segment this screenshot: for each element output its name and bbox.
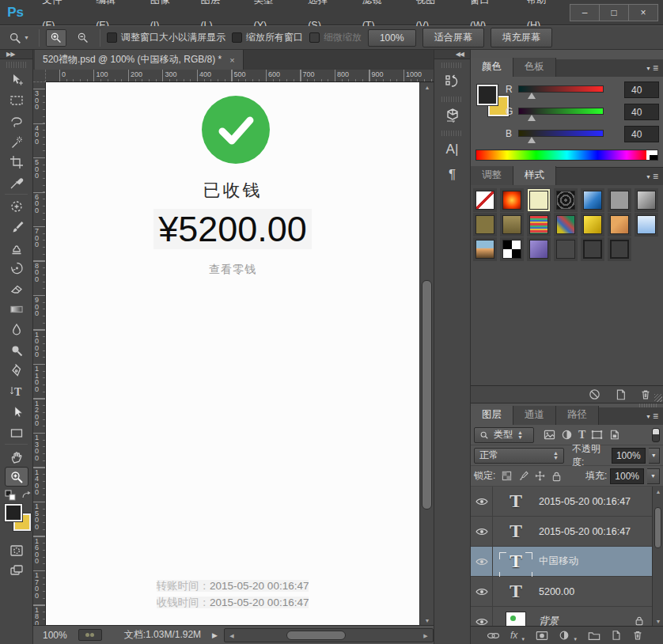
tab-channels[interactable]: 通道 — [513, 406, 556, 425]
clear-style-icon[interactable] — [588, 388, 601, 401]
close-button[interactable]: × — [628, 4, 658, 21]
new-layer-icon[interactable] — [611, 630, 622, 641]
preset-dropdown-arrow[interactable]: ▼ — [24, 35, 29, 40]
pen-tool[interactable] — [5, 361, 28, 381]
style-swatch-olive-flat[interactable] — [473, 213, 497, 237]
style-swatch-dark-outline[interactable] — [581, 237, 604, 261]
blur-tool[interactable] — [5, 320, 28, 339]
delete-layer-icon[interactable] — [632, 630, 643, 641]
style-swatch-cream-frame[interactable] — [527, 188, 551, 212]
resize-windows-option[interactable]: 调整窗口大小以满屏显示 — [107, 31, 225, 44]
style-swatch-yellow-bevel[interactable] — [581, 213, 604, 237]
style-swatch-abstract-swirl[interactable] — [554, 213, 578, 237]
history-brush-tool[interactable] — [5, 258, 28, 278]
dock-collapse-button[interactable]: ◀◀ — [434, 50, 470, 59]
opacity-dropdown-arrow[interactable]: ▼ — [649, 448, 660, 464]
zoom-tool[interactable] — [5, 467, 28, 487]
zoom-all-checkbox[interactable] — [232, 32, 242, 43]
new-style-icon[interactable] — [614, 388, 627, 401]
red-value-field[interactable]: 40 — [624, 81, 659, 98]
zoom-100-button[interactable]: 100% — [368, 29, 416, 47]
lock-position-icon[interactable] — [535, 471, 545, 481]
horizontal-ruler[interactable]: 010020030040050060070080090010001100 — [46, 70, 434, 82]
layers-scroll-thumb[interactable] — [654, 507, 661, 548]
foreground-color-swatch[interactable] — [5, 504, 22, 521]
fill-screen-button[interactable]: 填充屏幕 — [491, 28, 552, 47]
style-swatch-dark-outline-2[interactable] — [608, 237, 631, 261]
blue-value-field[interactable]: 40 — [624, 126, 659, 142]
scroll-left-arrow[interactable]: ◀ — [225, 629, 239, 643]
layer-visibility-eye-icon[interactable] — [471, 487, 493, 516]
fill-value-field[interactable]: 100% — [610, 468, 644, 484]
tab-color[interactable]: 颜色 — [471, 58, 513, 77]
text-layer-thumbnail[interactable]: T — [493, 551, 539, 572]
opacity-value-field[interactable]: 100% — [612, 448, 646, 464]
brush-tool[interactable] — [5, 217, 28, 237]
move-tool[interactable] — [5, 70, 28, 89]
layer-row[interactable]: T中国移动 — [471, 547, 663, 577]
scroll-right-arrow[interactable]: ▶ — [419, 629, 433, 643]
filter-shape-layers-icon[interactable] — [591, 430, 603, 440]
delete-style-icon[interactable] — [639, 388, 652, 401]
red-slider-track[interactable] — [518, 85, 604, 93]
fill-dropdown-arrow[interactable]: ▼ — [647, 468, 660, 484]
history-panel-icon[interactable] — [441, 70, 464, 93]
green-value-field[interactable]: 40 — [624, 104, 659, 120]
dock-grip[interactable] — [441, 97, 463, 102]
red-slider-thumb[interactable] — [528, 93, 536, 99]
panel-resize-grip[interactable] — [654, 394, 662, 402]
style-swatch-peach-gradient[interactable] — [608, 213, 631, 237]
scroll-down-arrow[interactable]: ▼ — [420, 616, 434, 625]
dodge-tool[interactable] — [5, 340, 28, 360]
vertical-scroll-thumb[interactable] — [422, 280, 432, 510]
style-swatch-blue-glossy[interactable] — [581, 188, 604, 212]
text-layer-thumbnail[interactable]: T — [493, 491, 539, 512]
hand-tool[interactable] — [5, 446, 28, 466]
canvas-horizontal-scrollbar[interactable]: ◀ ▶ — [224, 628, 434, 642]
style-swatch-color-stripes[interactable] — [527, 213, 551, 237]
layer-visibility-eye-icon[interactable] — [471, 607, 493, 626]
color-spectrum-bar[interactable] — [475, 150, 658, 161]
layer-visibility-eye-icon[interactable] — [471, 547, 493, 576]
layer-row[interactable]: T2015-05-20 00:16:47 — [471, 517, 663, 547]
tab-swatches[interactable]: 色板 — [513, 58, 556, 77]
fit-screen-button[interactable]: 适合屏幕 — [422, 28, 484, 47]
quick-mask-button[interactable] — [5, 540, 28, 560]
minimize-button[interactable]: – — [570, 4, 600, 21]
eyedropper-tool[interactable] — [5, 172, 28, 192]
layer-filter-toggle[interactable] — [652, 428, 660, 442]
style-swatch-gray-gradient[interactable] — [635, 188, 658, 212]
zoom-tool-preset[interactable]: ▼ — [5, 29, 32, 47]
add-adjustment-icon[interactable] — [559, 630, 570, 641]
tab-paths[interactable]: 路径 — [556, 406, 599, 425]
text-layer-thumbnail[interactable]: T — [493, 521, 539, 542]
lasso-tool[interactable] — [5, 111, 28, 131]
filter-pixel-layers-icon[interactable] — [544, 430, 555, 440]
style-swatch-dark-flat[interactable] — [554, 237, 578, 261]
direct-selection-tool[interactable] — [5, 402, 28, 422]
scroll-down-arrow[interactable]: ▼ — [653, 616, 663, 626]
style-swatch-tan-gradient[interactable] — [500, 213, 524, 237]
filter-smart-objects-icon[interactable] — [608, 429, 619, 441]
document-tab[interactable]: 520禮物.psd @ 100% (中国移动, RGB/8) * × — [35, 50, 244, 70]
style-swatch-bw-noise[interactable] — [500, 237, 524, 261]
style-swatch-red-glow[interactable] — [500, 188, 524, 212]
dock-grip[interactable] — [441, 131, 463, 136]
zoom-in-toggle[interactable] — [46, 29, 66, 47]
add-mask-icon[interactable] — [536, 631, 548, 641]
status-flyout-arrow[interactable]: ▶ — [212, 631, 218, 639]
vertical-type-tool[interactable]: T — [5, 381, 28, 401]
rectangle-shape-tool[interactable] — [5, 422, 28, 442]
style-swatch-purple-bevel[interactable] — [527, 237, 551, 261]
vertical-ruler[interactable]: 3 0 04 0 05 0 06 0 07 0 08 0 09 0 01 0 0… — [33, 82, 46, 625]
lock-transparency-icon[interactable] — [502, 471, 512, 481]
tab-styles[interactable]: 样式 — [513, 166, 556, 185]
style-swatch-no-style[interactable] — [473, 188, 497, 212]
clone-stamp-tool[interactable] — [5, 237, 28, 257]
toolbox-grip[interactable] — [6, 62, 26, 68]
style-swatch-sunset-landscape[interactable] — [473, 237, 497, 261]
dock-grip[interactable] — [441, 63, 463, 68]
layers-scrollbar[interactable]: ▲ ▼ — [652, 487, 663, 626]
status-zoom-level[interactable]: 100% — [43, 630, 67, 641]
default-colors-icon[interactable] — [5, 490, 16, 501]
